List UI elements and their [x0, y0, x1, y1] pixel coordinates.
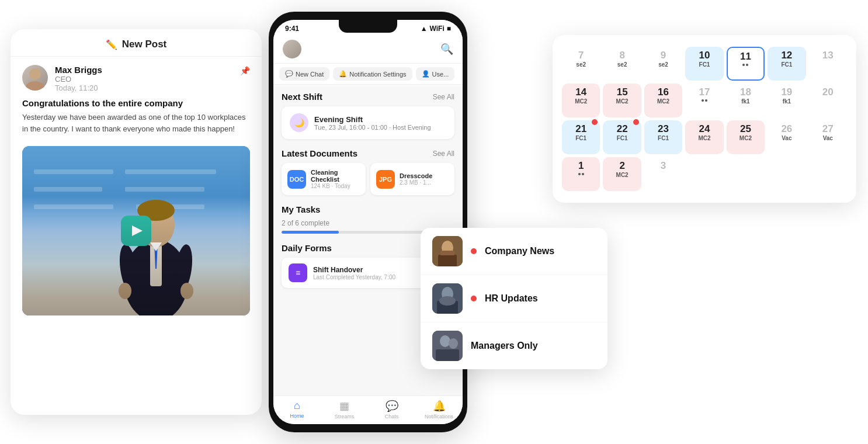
svg-rect-23 — [436, 349, 459, 361]
signal-icon: ▲ — [421, 25, 428, 33]
nav-chats-label: Chats — [385, 414, 399, 419]
form-name: Shift Handover — [313, 266, 395, 274]
post-time: Today, 11:20 — [55, 84, 233, 92]
cal-day-9[interactable]: 9 se2 — [644, 47, 682, 81]
daily-forms-title: Daily Forms — [282, 243, 332, 253]
author-role: CEO — [55, 75, 233, 84]
channel-name-managers: Managers Only — [471, 341, 538, 351]
scene: ✏️ New Post Max Briggs CEO Today, 11:20 … — [0, 0, 868, 444]
channel-dot-news — [471, 248, 477, 254]
shift-name: Evening Shift — [314, 115, 446, 124]
form-icon: ≡ — [289, 263, 307, 282]
cal-day-18[interactable]: 18 fk1 — [727, 84, 765, 117]
channel-dot-hr — [471, 296, 477, 301]
channel-thumb-news — [432, 236, 463, 266]
pin-icon: 📌 — [240, 66, 250, 75]
cal-day-1-next[interactable]: 1 — [562, 157, 600, 191]
cal-empty-4 — [809, 157, 847, 191]
shift-info: Evening Shift Tue, 23 Jul, 16:00 - 01:00… — [314, 115, 446, 131]
cal-day-16[interactable]: 16 MC2 — [644, 84, 682, 117]
search-icon[interactable]: 🔍 — [440, 43, 453, 56]
cal-day-3-next[interactable]: 3 — [644, 157, 682, 191]
cal-empty-2 — [727, 157, 765, 191]
phone-nav: ⌂ Home ▦ Streams 💬 Chats 🔔 Notifications — [273, 396, 463, 424]
cal-day-7[interactable]: 7 se2 — [562, 47, 600, 81]
cal-day-24[interactable]: 24 MC2 — [685, 120, 723, 154]
shift-card[interactable]: 🌙 Evening Shift Tue, 23 Jul, 16:00 - 01:… — [282, 106, 454, 139]
svg-rect-14 — [438, 255, 457, 266]
channel-item-hr[interactable]: HR Updates — [421, 275, 607, 322]
channel-thumb-hr — [432, 283, 463, 314]
svg-point-1 — [26, 81, 44, 91]
cal-day-25[interactable]: 25 MC2 — [727, 120, 765, 154]
post-title: Congratulations to the entire company — [22, 98, 250, 108]
cal-day-10[interactable]: 10 FC1 — [685, 47, 723, 81]
channel-name-hr: HR Updates — [485, 293, 538, 304]
phone-time: 9:41 — [285, 25, 299, 33]
tab-user[interactable]: 👤 Use... — [416, 67, 455, 81]
cal-day-15[interactable]: 15 MC2 — [603, 84, 641, 117]
cal-day-19[interactable]: 19 fk1 — [768, 84, 805, 117]
nav-home[interactable]: ⌂ Home — [273, 400, 321, 419]
channel-item-managers[interactable]: Managers Only — [421, 322, 607, 369]
author-info: Max Briggs CEO Today, 11:20 — [55, 65, 233, 92]
notification-dot-22 — [633, 119, 639, 125]
phone-notch — [339, 20, 397, 33]
author-name: Max Briggs — [55, 65, 233, 75]
nav-notifications[interactable]: 🔔 Notifications — [415, 400, 463, 419]
doc-name-1: Cleaning Checklist — [311, 169, 360, 183]
wifi-icon: WiFi — [430, 25, 445, 33]
doc-icon-1: DOC — [287, 170, 306, 189]
post-author: Max Briggs CEO Today, 11:20 📌 — [11, 57, 262, 92]
tab-notification-settings[interactable]: 🔔 Notification Settings — [333, 67, 412, 81]
notification-dot-21 — [592, 119, 598, 125]
calendar-grid: 7 se2 8 se2 9 se2 10 FC1 11 12 FC1 — [562, 47, 847, 191]
cal-day-2-next[interactable]: 2 MC2 — [603, 157, 641, 191]
new-post-label[interactable]: New Post — [122, 39, 167, 50]
docs-row: DOC Cleaning Checklist 124 KB · Today JP… — [282, 163, 454, 195]
svg-point-19 — [439, 296, 456, 306]
cal-day-27[interactable]: 27 Vac — [809, 120, 847, 154]
cal-day-12[interactable]: 12 FC1 — [768, 47, 805, 81]
cal-day-22[interactable]: 22 FC1 — [603, 120, 641, 154]
user-icon: 👤 — [422, 70, 430, 78]
cal-day-23[interactable]: 23 FC1 — [644, 120, 682, 154]
cal-day-17[interactable]: 17 — [685, 84, 723, 117]
avatar — [22, 65, 48, 91]
user-avatar-small[interactable] — [283, 40, 301, 58]
streams-icon: ▦ — [339, 400, 349, 412]
tab-new-chat[interactable]: 💬 New Chat — [279, 67, 329, 81]
svg-point-21 — [440, 335, 450, 347]
doc-card-1[interactable]: DOC Cleaning Checklist 124 KB · Today — [282, 163, 366, 195]
nav-chats[interactable]: 💬 Chats — [368, 400, 415, 419]
edit-icon: ✏️ — [106, 39, 117, 50]
doc-size-2: 2.3 MB · 1... — [400, 179, 432, 186]
cal-day-21[interactable]: 21 FC1 — [562, 120, 600, 154]
cal-day-26[interactable]: 26 Vac — [768, 120, 805, 154]
doc-size-1: 124 KB · Today — [311, 183, 360, 189]
cal-day-8[interactable]: 8 se2 — [603, 47, 641, 81]
latest-docs-section: Latest Documents See All DOC Cleaning Ch… — [282, 148, 454, 195]
phone-tabs: 💬 New Chat 🔔 Notification Settings 👤 Use… — [273, 64, 463, 85]
home-icon: ⌂ — [294, 400, 300, 412]
channel-item-news[interactable]: Company News — [421, 228, 607, 275]
post-image — [22, 146, 250, 315]
doc-card-2[interactable]: JPG Dresscode 2.3 MB · 1... — [370, 163, 454, 195]
next-shift-section: Next Shift See All 🌙 Evening Shift Tue, … — [282, 92, 454, 139]
tasks-progress-fill — [282, 231, 339, 234]
tasks-progress-label: 2 of 6 complete — [282, 219, 454, 227]
cal-day-14[interactable]: 14 MC2 — [562, 84, 600, 117]
shift-time: Tue, 23 Jul, 16:00 - 01:00 · Host Evenin… — [314, 124, 446, 131]
cal-day-13[interactable]: 13 — [809, 47, 847, 81]
channel-thumb-managers — [432, 331, 463, 361]
phone-top-bar: 🔍 — [273, 35, 463, 64]
cal-day-11[interactable]: 11 — [727, 47, 765, 81]
chat-icon: 💬 — [285, 70, 293, 78]
cal-day-20[interactable]: 20 — [809, 84, 847, 117]
post-text: Yesterday we have been awarded as one of… — [22, 112, 250, 134]
nav-home-label: Home — [290, 413, 304, 419]
status-icons: ▲ WiFi ■ — [421, 25, 451, 33]
next-shift-see-all[interactable]: See All — [433, 93, 454, 101]
nav-streams[interactable]: ▦ Streams — [321, 400, 368, 419]
docs-see-all[interactable]: See All — [433, 150, 454, 158]
